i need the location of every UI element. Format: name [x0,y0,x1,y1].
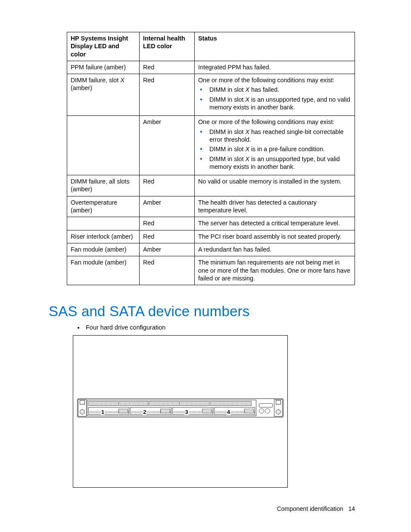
bay-number: 1 [101,409,105,415]
cell-led: Fan module (amber) [67,256,140,285]
rack-ear-left-icon [78,399,87,417]
led-status-table: HP Systems Insight Display LED and color… [67,32,355,285]
cell-led: Fan module (amber) [67,243,140,256]
table-row: PPM failure (amber) Red Integrated PPM h… [67,61,355,74]
cell-color: Amber [140,196,195,217]
footer-page-number: 14 [348,505,355,512]
table-row: Riser interlock (amber) Red The PCI rise… [67,230,355,243]
cell-led: Riser interlock (amber) [67,230,140,243]
list-item: DIMM in slot X is in a pre-failure condi… [208,145,351,153]
table-row: Overtemperature (amber) Amber The health… [67,196,355,217]
footer-section-name: Component identification [277,505,343,512]
cell-color: Red [140,230,195,243]
col-header-status: Status [195,32,355,61]
table-row: Fan module (amber) Amber A redundant fan… [67,243,355,256]
cell-status: A redundant fan has failed. [195,243,355,256]
table-row: Red The server has detected a critical t… [67,217,355,230]
cell-led: DIMM failure, all slots (amber) [67,175,140,196]
status-list: DIMM in slot X has reached single-bit co… [198,128,351,171]
bay-number: 2 [143,409,146,415]
section-heading-sas-sata: SAS and SATA device numbers [49,303,355,320]
table-row: DIMM failure, all slots (amber) Red No v… [67,175,355,196]
list-item: DIMM in slot X has reached single-bit co… [208,128,351,144]
table-row: Fan module (amber) Red The minimum fan r… [67,256,355,285]
cell-status: The server has detected a critical tempe… [195,217,355,230]
table-row: DIMM failure, slot X (amber) Red One or … [67,74,355,116]
server-chassis-icon: 1 2 3 4 [77,398,283,417]
rack-ear-right-icon [274,399,283,417]
config-bullet-list: Four hard drive configuration [67,324,355,331]
cell-status: The health driver has detected a caution… [195,196,355,217]
server-front-figure: 1 2 3 4 [73,335,288,488]
cell-status: One or more of the following conditions … [195,116,355,175]
drive-bay-icon: 2 [130,407,171,415]
list-item: DIMM in slot X is an unsupported type, a… [208,96,351,112]
cell-led [67,217,140,230]
cell-color: Red [140,175,195,196]
cell-color: Red [140,256,195,285]
list-item: DIMM in slot X is an unsupported type, b… [208,155,351,171]
cell-color: Red [140,217,195,230]
cell-led: Overtemperature (amber) [67,196,140,217]
table-header-row: HP Systems Insight Display LED and color… [67,32,355,61]
cell-status: No valid or usable memory is installed i… [195,175,355,196]
document-page: HP Systems Insight Display LED and color… [0,0,411,532]
cell-status: Integrated PPM has failed. [195,61,355,74]
config-bullet-item: Four hard drive configuration [84,324,355,331]
drive-bay-icon: 3 [172,407,213,415]
cell-color: Red [140,61,195,74]
status-list: DIMM in slot X has failed. DIMM in slot … [198,86,351,111]
drive-bay-icon: 4 [214,407,255,415]
drive-cage-icon: 1 2 3 4 [87,400,256,416]
bay-number: 4 [227,409,230,415]
cell-led: PPM failure (amber) [67,61,140,74]
table-row: Amber One or more of the following condi… [67,116,355,175]
cell-color: Amber [140,243,195,256]
cell-led [67,116,140,175]
front-io-panel-icon [258,401,274,415]
col-header-display-led: HP Systems Insight Display LED and color [67,32,140,61]
cell-status: The PCI riser board assembly is not seat… [195,230,355,243]
cell-led: DIMM failure, slot X (amber) [67,74,140,116]
page-footer: Component identification 14 [277,505,355,512]
drive-bay-icon: 1 [88,407,129,415]
col-header-internal-health: Internal health LED color [140,32,195,61]
bay-number: 3 [184,409,188,415]
cell-color: Amber [140,116,195,175]
cell-status: One or more of the following conditions … [195,74,355,116]
list-item: DIMM in slot X has failed. [208,86,351,93]
cell-status: The minimum fan requirements are not bei… [195,256,355,285]
cell-color: Red [140,74,195,116]
